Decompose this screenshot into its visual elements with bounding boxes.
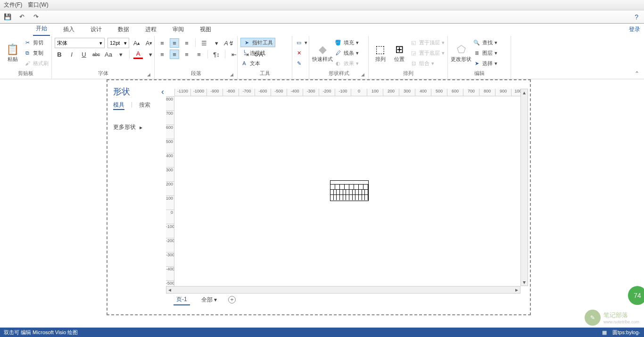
- paste-button[interactable]: 📋 粘贴: [3, 38, 22, 68]
- paragraph-dialog-launcher[interactable]: ◢: [230, 72, 233, 77]
- pen-icon: 🖊: [334, 50, 342, 56]
- pointer-tool-label: 指针工具: [252, 39, 273, 46]
- text-tool-button[interactable]: A文本: [240, 59, 260, 68]
- align-middle-button[interactable]: ≡: [170, 38, 179, 48]
- copy-button[interactable]: ⧉复制: [24, 48, 49, 58]
- copy-label: 复制: [33, 50, 43, 57]
- bullets-button[interactable]: ☰: [199, 38, 209, 48]
- bullets-dropdown[interactable]: ▾: [212, 38, 221, 48]
- format-painter-button[interactable]: 🖌格式刷: [24, 59, 49, 68]
- select-label: 选择: [482, 60, 493, 67]
- shrink-font-button[interactable]: A▾: [144, 38, 154, 48]
- send-back-button[interactable]: ◲置于底层▾: [410, 48, 445, 58]
- scroll-down-icon[interactable]: ▾: [521, 279, 528, 286]
- font-size-select[interactable]: 12pt▾: [107, 38, 129, 48]
- bold-button[interactable]: B: [55, 50, 64, 59]
- embedded-object-frame[interactable]: 形状‹ 模具 | 搜索 更多形状▸ -1100-1000-900-800-700…: [107, 79, 531, 315]
- underline-button[interactable]: U: [79, 50, 89, 59]
- shape-style-dialog-launcher[interactable]: ◢: [361, 72, 364, 77]
- drawing-page[interactable]: [174, 96, 520, 286]
- delete-connector-button[interactable]: ✕: [295, 48, 303, 58]
- find-button[interactable]: 🔍查找▾: [473, 38, 497, 47]
- tab-start[interactable]: 开始: [33, 22, 50, 36]
- position-button[interactable]: ⊞位置: [391, 38, 409, 68]
- horizontal-ruler: -1100-1000-900-800-700-600-500-400-300-2…: [174, 89, 520, 96]
- help-button[interactable]: ?: [635, 13, 638, 21]
- tab-design[interactable]: 设计: [88, 23, 105, 36]
- horizontal-scrollbar[interactable]: ◂▸: [166, 286, 520, 294]
- align-right-button[interactable]: ≡: [182, 50, 191, 59]
- change-case-dropdown[interactable]: ▾: [116, 50, 125, 59]
- font-color-dropdown[interactable]: ▾: [146, 50, 155, 59]
- connector-tool-button[interactable]: ╰连接线: [240, 48, 265, 58]
- font-dialog-launcher[interactable]: ◢: [147, 72, 150, 77]
- align-justify-button[interactable]: ≡: [194, 50, 204, 59]
- pointer-tool-button[interactable]: ➤指针工具: [240, 38, 275, 47]
- tab-data[interactable]: 数据: [115, 23, 132, 36]
- login-link[interactable]: 登录: [629, 25, 640, 34]
- italic-button[interactable]: I: [67, 50, 76, 59]
- change-shape-button[interactable]: ⬠更改形状: [451, 38, 471, 68]
- tab-review[interactable]: 审阅: [170, 23, 187, 36]
- more-shapes-button[interactable]: 更多形状▸: [113, 113, 164, 131]
- bring-front-button[interactable]: ◱置于顶层▾: [410, 38, 445, 47]
- redo-icon[interactable]: ↷: [31, 12, 41, 22]
- font-size-value: 12pt: [110, 40, 120, 46]
- select-button[interactable]: ➤选择▾: [473, 59, 497, 68]
- ribbon-tabs: 开始 插入 设计 数据 进程 审阅 视图: [0, 24, 644, 36]
- group-icon: ⊡: [410, 60, 417, 67]
- back-icon: ◲: [410, 50, 417, 56]
- save-icon[interactable]: 💾: [3, 12, 12, 22]
- decrease-indent-button[interactable]: ⇤: [229, 50, 239, 59]
- paragraph-spacing-button[interactable]: ¶↕: [212, 50, 221, 59]
- layer-button[interactable]: ≣图层▾: [473, 48, 497, 58]
- scroll-left-icon[interactable]: ◂: [166, 286, 173, 293]
- effects-button[interactable]: ◐效果▾: [334, 59, 359, 68]
- vertical-ruler: 8007006005004003002001000-100-200-300-40…: [166, 96, 174, 286]
- scroll-right-icon[interactable]: ▸: [513, 286, 520, 293]
- freeform-tool-button[interactable]: ✎: [295, 59, 303, 68]
- strike-button[interactable]: abc: [91, 50, 101, 59]
- search-tab[interactable]: 搜索: [139, 101, 150, 110]
- scroll-up-icon[interactable]: ▴: [521, 89, 528, 96]
- change-shape-icon: ⬠: [457, 43, 466, 56]
- group-button[interactable]: ⊡组合▾: [410, 59, 445, 68]
- rack-shape[interactable]: [330, 180, 369, 201]
- menu-file[interactable]: 文件(F): [4, 1, 22, 9]
- add-page-button[interactable]: +: [228, 296, 236, 303]
- page-tab-1[interactable]: 页-1: [173, 295, 190, 305]
- watermark: ✎ 笔记部落 www.notetribe.com: [585, 310, 639, 326]
- all-pages-tab[interactable]: 全部 ▾: [201, 296, 217, 304]
- arrange-button[interactable]: ⬚排列: [372, 38, 389, 68]
- more-shapes-label: 更多形状: [113, 123, 136, 131]
- line-button[interactable]: 🖊线条▾: [334, 48, 359, 58]
- align-top-button[interactable]: ≡: [157, 38, 167, 48]
- vertical-scrollbar[interactable]: ▴▾: [520, 89, 528, 286]
- status-view-icon[interactable]: ▦: [602, 329, 607, 336]
- fill-button[interactable]: 🪣填充▾: [334, 38, 359, 47]
- tab-insert[interactable]: 插入: [60, 23, 77, 36]
- rectangle-tool-button[interactable]: ▭▾: [295, 38, 307, 47]
- quick-styles-button[interactable]: ◆快速样式: [312, 38, 333, 68]
- x-icon: ✕: [295, 50, 303, 56]
- arrange-group-label: 排列: [372, 69, 445, 78]
- format-painter-label: 格式刷: [33, 60, 49, 67]
- font-family-select[interactable]: 宋体▾: [55, 38, 105, 48]
- collapse-ribbon-button[interactable]: ⌃: [635, 70, 639, 77]
- tab-process[interactable]: 进程: [142, 23, 159, 36]
- stencils-tab[interactable]: 模具: [113, 101, 124, 110]
- clear-format-button[interactable]: A↯: [224, 38, 233, 48]
- align-center-button[interactable]: ≡: [170, 50, 179, 59]
- align-left-button[interactable]: ≡: [157, 50, 167, 59]
- change-case-button[interactable]: Aa: [104, 50, 113, 59]
- cut-button[interactable]: ✂剪切: [24, 38, 49, 47]
- undo-icon[interactable]: ↶: [17, 12, 26, 22]
- watermark-url: www.notetribe.com: [603, 320, 639, 324]
- align-bottom-button[interactable]: ≡: [182, 38, 191, 48]
- collapse-pane-button[interactable]: ‹: [161, 87, 164, 97]
- font-color-button[interactable]: A: [133, 50, 143, 59]
- chevron-down-icon: ▾: [356, 60, 359, 67]
- tab-view[interactable]: 视图: [197, 23, 214, 36]
- grow-font-button[interactable]: A▴: [132, 38, 141, 48]
- menu-window[interactable]: 窗口(W): [28, 1, 48, 9]
